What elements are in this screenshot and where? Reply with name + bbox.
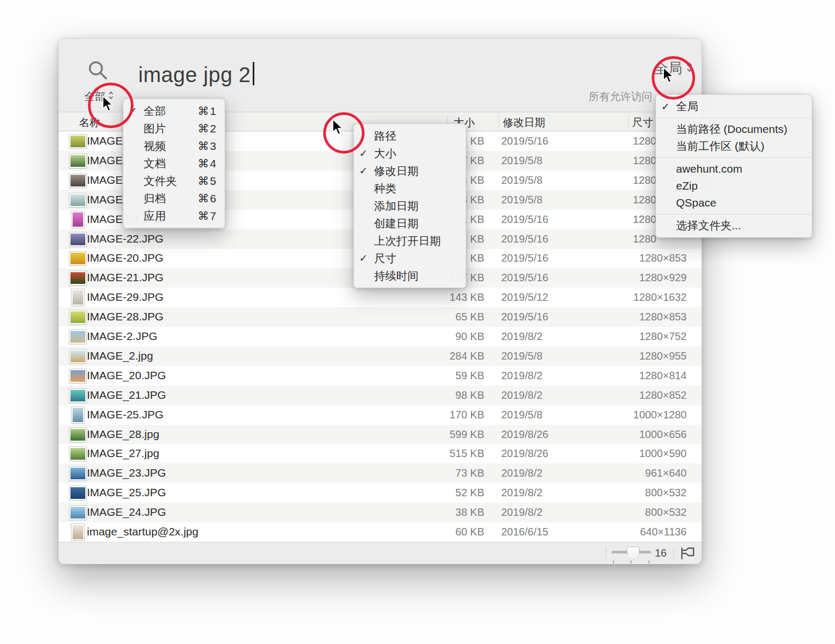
slider-thumb[interactable] [627, 547, 639, 559]
file-name: IMAGE [87, 135, 123, 147]
file-name: IMAGE-21.JPG [87, 271, 164, 284]
column-header-modified[interactable]: 修改日期 [503, 115, 545, 130]
file-dimensions: 1000×1280 [633, 409, 687, 421]
table-row[interactable]: IMAGE_21.JPG98 KB2019/8/21280×852 [59, 386, 701, 405]
menu-item-选择文件夹...[interactable]: 选择文件夹... [656, 217, 812, 234]
menu-item-awehunt.com[interactable]: awehunt.com [656, 160, 812, 177]
menu-item-label: 持续时间 [374, 269, 458, 283]
menu-item-图片[interactable]: 图片⌘2 [123, 120, 225, 137]
file-modified-date: 2019/8/2 [501, 467, 543, 479]
search-input[interactable]: image jpg 2 [138, 62, 254, 87]
file-thumbnail-icon [72, 211, 84, 228]
file-name: IMAGE-28.JPG [87, 310, 164, 323]
slider-tick [649, 560, 650, 564]
file-modified-date: 2019/5/16 [501, 135, 548, 147]
file-modified-date: 2019/8/2 [501, 487, 543, 499]
menu-item-label: 文件夹 [144, 174, 184, 189]
menu-item-添加日期[interactable]: 添加日期 [354, 197, 466, 214]
menu-item-label: eZip [676, 180, 804, 192]
table-row[interactable]: IMAGE_20.JPG59 KB2019/8/21280×814 [59, 366, 701, 386]
table-row[interactable]: IMAGE_28.jpg599 KB2019/8/261000×656 [59, 425, 701, 444]
checkmark-icon: ✓ [359, 165, 374, 177]
thumbnail-size-slider[interactable] [611, 547, 651, 560]
menu-item-全部[interactable]: ✓全部⌘1 [123, 102, 225, 120]
menu-item-label: 添加日期 [374, 199, 458, 213]
menu-item-label: 种类 [374, 181, 458, 196]
file-modified-date: 2019/8/26 [501, 428, 548, 441]
menu-item-文件夹[interactable]: 文件夹⌘5 [123, 172, 225, 190]
menu-item-归档[interactable]: 归档⌘6 [123, 190, 225, 207]
file-dimensions: 1280×929 [639, 272, 687, 284]
file-size: KB [470, 135, 484, 147]
slider-tick [630, 560, 632, 564]
search-icon [87, 60, 109, 81]
table-row[interactable]: IMAGE-29.JPG143 KB2019/5/121280×1632 [59, 288, 701, 307]
menu-item-修改日期[interactable]: ✓修改日期 [354, 162, 466, 180]
table-row[interactable]: IMAGE-28.JPG65 KB2019/5/161280×853 [59, 307, 701, 327]
file-name: IMAGE_25.JPG [87, 486, 166, 499]
file-name: IMAGE_23.JPG [87, 467, 166, 479]
menu-item-应用[interactable]: 应用⌘7 [123, 207, 225, 225]
table-row[interactable]: IMAGE_25.JPG52 KB2019/8/2800×532 [59, 483, 701, 503]
file-thumbnail-icon [72, 524, 84, 540]
menu-item-路径[interactable]: 路径 [354, 127, 466, 145]
file-modified-date: 2019/5/8 [501, 155, 543, 167]
menu-item-label: 路径 [374, 129, 458, 144]
menu-item-视频[interactable]: 视频⌘3 [123, 137, 225, 155]
menu-item-当前工作区 (默认)[interactable]: 当前工作区 (默认) [656, 138, 812, 155]
menu-item-shortcut: ⌘7 [198, 210, 217, 222]
file-modified-date: 2019/8/2 [501, 389, 543, 401]
file-dimensions: 961×640 [645, 467, 687, 479]
file-name: IMAGE-25.JPG [87, 408, 164, 421]
file-name: IMAGE_21.JPG [87, 389, 166, 401]
menu-item-全局[interactable]: ✓全局 [656, 98, 812, 115]
search-scope-menu: ✓全局当前路径 (Documents)当前工作区 (默认)awehunt.com… [655, 94, 812, 238]
menu-item-label: 当前路径 (Documents) [676, 122, 804, 137]
column-header-dimensions[interactable]: 尺寸 [632, 115, 653, 130]
file-modified-date: 2019/8/2 [501, 506, 543, 518]
file-thumbnail-icon [69, 447, 86, 461]
menu-item-种类[interactable]: 种类 [354, 180, 466, 197]
menu-item-文档[interactable]: 文档⌘4 [123, 155, 225, 172]
menu-item-label: 当前工作区 (默认) [676, 139, 804, 154]
table-row[interactable]: IMAGE_23.JPG73 KB2019/8/2961×640 [59, 463, 701, 483]
menu-item-eZip[interactable]: eZip [656, 177, 812, 194]
file-modified-date: 2019/5/16 [501, 311, 548, 323]
menu-item-创建日期[interactable]: 创建日期 [354, 214, 466, 232]
table-row[interactable]: IMAGE-2.JPG90 KB2019/8/21280×752 [59, 327, 701, 346]
file-thumbnail-icon [72, 407, 84, 423]
file-name: IMAGE_27.jpg [87, 447, 159, 460]
status-bar: 16 [59, 542, 701, 564]
table-row[interactable]: IMAGE_24.JPG38 KB2019/8/2800×532 [59, 503, 701, 522]
pin-icon[interactable] [679, 546, 697, 561]
file-name: IMAGE-2.JPG [87, 330, 157, 343]
menu-item-上次打开日期[interactable]: 上次打开日期 [354, 232, 466, 249]
file-thumbnail-icon [69, 350, 86, 363]
file-dimensions: 1280×853 [639, 252, 687, 264]
result-count: 16 [655, 547, 667, 559]
menu-item-QSpace[interactable]: QSpace [656, 194, 812, 211]
file-thumbnail-icon [69, 467, 86, 480]
menu-item-大小[interactable]: ✓大小 [354, 145, 466, 162]
menu-item-label: 应用 [144, 209, 184, 223]
file-modified-date: 2019/8/26 [501, 448, 548, 460]
column-divider [628, 115, 629, 129]
file-modified-date: 2019/5/8 [501, 350, 543, 362]
menu-item-尺寸[interactable]: ✓尺寸 [354, 249, 466, 267]
table-row[interactable]: image_startup@2x.jpg60 KB2016/6/15640×11… [59, 522, 701, 542]
menu-item-label: 上次打开日期 [374, 234, 458, 248]
menu-item-shortcut: ⌘1 [198, 105, 217, 118]
file-size: KB [470, 252, 484, 264]
menu-item-持续时间[interactable]: 持续时间 [354, 267, 466, 284]
menu-item-label: 全局 [676, 99, 804, 114]
file-name: IMAGE-20.JPG [87, 252, 164, 264]
menu-item-当前路径 (Documents)[interactable]: 当前路径 (Documents) [656, 121, 812, 138]
file-dimensions: 1280×955 [639, 350, 687, 362]
menu-item-label: 归档 [144, 191, 184, 206]
table-row[interactable]: IMAGE_27.jpg515 KB2019/8/261000×590 [59, 444, 701, 463]
table-row[interactable]: IMAGE-25.JPG170 KB2019/5/81000×1280 [59, 405, 701, 425]
table-row[interactable]: IMAGE_2.jpg284 KB2019/5/81280×955 [59, 346, 701, 366]
menu-item-shortcut: ⌘4 [198, 157, 217, 170]
file-thumbnail-icon [69, 232, 86, 246]
checkmark-icon: ✓ [359, 252, 374, 264]
